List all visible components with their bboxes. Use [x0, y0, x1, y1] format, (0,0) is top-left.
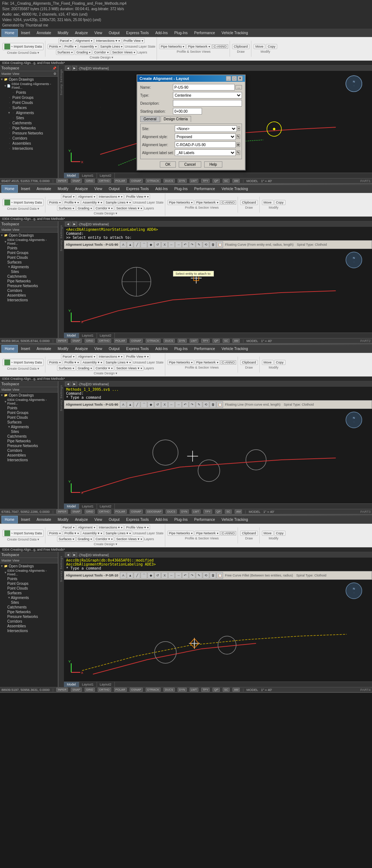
at-btn-9-4[interactable]: →: [175, 572, 182, 579]
qp-btn-3[interactable]: QP: [215, 510, 222, 514]
parcel-btn-4[interactable]: Parcel: [61, 525, 76, 530]
move-btn-2[interactable]: Move: [262, 200, 274, 205]
dyn-btn-4[interactable]: DYN: [178, 688, 187, 692]
tree-pipe-networks-1[interactable]: · Pipe Networks: [0, 125, 58, 130]
am-btn-4[interactable]: AM: [232, 688, 240, 692]
tree-pressure-3[interactable]: Pressure Networks: [0, 443, 58, 448]
tab-plugins-2[interactable]: Plug-Ins: [171, 185, 191, 193]
move-btn-1[interactable]: Move: [254, 44, 265, 49]
tab-analyze-2[interactable]: Analyze: [72, 185, 91, 193]
vtab-model-1[interactable]: Model: [64, 173, 79, 178]
modal-site-add-1[interactable]: +: [238, 126, 240, 131]
tab-analyze-1[interactable]: Analyze: [72, 29, 91, 37]
modal-type-select-1[interactable]: Centerline: [173, 92, 242, 99]
tree-pipe-networks-4[interactable]: Pipe Networks: [0, 610, 58, 614]
vtab-layout2-3[interactable]: Layout2: [97, 504, 115, 509]
tab-modify-3[interactable]: Modify: [54, 345, 72, 353]
c-anno-btn-1[interactable]: C-ANNO: [212, 44, 228, 49]
modal-help-1[interactable]: Help: [204, 161, 223, 168]
lwt-btn-4[interactable]: LWT: [190, 688, 198, 692]
modal-tab-general-1[interactable]: General: [140, 116, 160, 122]
assembly-btn-2[interactable]: Assembly ▾: [81, 200, 104, 205]
polar-btn-3[interactable]: POLAR: [114, 510, 127, 514]
at-btn-5-2[interactable]: ◆: [147, 241, 154, 248]
grid-btn-1[interactable]: GRID: [85, 179, 95, 183]
grading-btn-4[interactable]: Grading: [76, 537, 93, 542]
at-btn-1-2[interactable]: A: [120, 241, 126, 248]
grading-btn-2[interactable]: Grading: [76, 206, 93, 211]
tab-view-1[interactable]: View: [91, 29, 106, 37]
copy-btn-4[interactable]: Copy: [274, 531, 286, 536]
tpy-btn-3[interactable]: TPY: [203, 510, 212, 514]
tab-express-2[interactable]: Express Tools: [123, 185, 152, 193]
tree-catchments-2[interactable]: Catchments: [0, 274, 58, 279]
tree-point-groups-1[interactable]: · Point Groups: [0, 95, 58, 100]
tab-annotate-2[interactable]: Annotate: [33, 185, 54, 193]
tree-assemblies-3[interactable]: Assemblies: [0, 453, 58, 458]
vtab-layout2-2[interactable]: Layout2: [97, 333, 115, 338]
import-survey-btn-3[interactable]: ~ Import Survey Data: [3, 359, 44, 366]
at-btn-1-4[interactable]: A: [120, 572, 126, 579]
tab-modify-2[interactable]: Modify: [54, 185, 72, 193]
qp-btn-1[interactable]: QP: [213, 179, 220, 183]
modal-desc-input-1[interactable]: [173, 100, 242, 107]
at-btn-7-4[interactable]: X: [161, 572, 168, 579]
snap-btn-3[interactable]: SNAP: [71, 510, 82, 514]
at-btn-10-2[interactable]: ↶: [182, 241, 189, 248]
tree-assemblies-4[interactable]: Assemblies: [0, 624, 58, 628]
at-btn-10-4[interactable]: ↶: [182, 572, 189, 579]
intersections-btn-3[interactable]: Intersections ▾: [97, 354, 124, 359]
viewport-nav-prev-1[interactable]: ◀: [65, 66, 70, 71]
sc-btn-1[interactable]: SC: [223, 179, 230, 183]
infer-btn-1[interactable]: INFER: [56, 179, 68, 183]
at-btn-3-2[interactable]: ╱: [134, 241, 140, 248]
at-btn-5-4[interactable]: ◆: [147, 572, 154, 579]
tree-open-drawings-4[interactable]: ▼ 📁 Open Drawings: [0, 563, 58, 568]
surfaces-btn-2[interactable]: Surfaces: [57, 206, 76, 211]
tab-home-1[interactable]: Home: [1, 29, 18, 37]
at-btn-2-2[interactable]: ▲: [127, 241, 133, 248]
tree-points-2[interactable]: Points: [0, 246, 58, 250]
modal-ok-1[interactable]: OK: [160, 161, 176, 168]
tree-point-groups-2[interactable]: Point Groups: [0, 250, 58, 255]
c-anno-btn-3[interactable]: C-ANNO: [221, 360, 236, 365]
tree-point-groups-4[interactable]: Point Groups: [0, 581, 58, 586]
otrack-btn-1[interactable]: OTRACK: [146, 179, 161, 183]
modal-min-1[interactable]: _: [226, 76, 231, 81]
tree-pipe-networks-3[interactable]: Pipe Networks: [0, 439, 58, 443]
tree-drawing-3[interactable]: ▼ 0304 Creating Alignments - Fixed...: [0, 398, 58, 406]
import-survey-btn-1[interactable]: ~ Import Survey Data: [3, 43, 44, 50]
assembly-btn-3[interactable]: Assembly ▾: [81, 360, 104, 365]
vtab-layout1-2[interactable]: Layout1: [79, 333, 97, 338]
section-views-btn-4[interactable]: Section Views ▾: [115, 537, 143, 542]
pipe-network-btn-1[interactable]: Pipe Network: [186, 44, 211, 49]
tree-points-3[interactable]: Points: [0, 406, 58, 410]
tab-vt-4[interactable]: Vehicle Tracking: [218, 516, 251, 523]
c-anno-btn-2[interactable]: C-ANNO: [221, 200, 236, 205]
tree-pressure-4[interactable]: Pressure Networks: [0, 614, 58, 619]
at-btn-2-4[interactable]: ▲: [127, 572, 133, 579]
viewport-nav-next-1[interactable]: ▶: [72, 66, 77, 71]
tree-catchments-3[interactable]: Catchments: [0, 434, 58, 439]
alignment-btn-3[interactable]: Alignment: [77, 354, 97, 359]
otrack-btn-2[interactable]: OTRACK: [146, 339, 161, 343]
at-btn-4-3[interactable]: ⌒: [141, 401, 147, 408]
tree-drawing-4[interactable]: ▼ 0304 Creating Alignments - Fixed...: [0, 568, 58, 576]
tree-alignments-3[interactable]: ▼Alignments: [0, 425, 58, 429]
pipe-networks-btn-2[interactable]: Pipe Networks: [167, 200, 194, 205]
tree-surfaces-4[interactable]: Surfaces: [0, 591, 58, 595]
tab-express-3[interactable]: Express Tools: [123, 345, 152, 353]
tab-view-2[interactable]: View: [91, 185, 106, 193]
polar-btn-2[interactable]: POLAR: [114, 339, 127, 343]
at-btn-10-3[interactable]: ↶: [182, 401, 189, 408]
dyn-btn-1[interactable]: DYN: [178, 179, 187, 183]
at-btn-6-2[interactable]: ↺: [154, 241, 161, 248]
vtab-layout1-4[interactable]: Layout1: [79, 682, 97, 687]
profile-btn-2[interactable]: Profile ▾: [63, 200, 80, 205]
at-btn-5-3[interactable]: ◆: [147, 401, 154, 408]
tree-open-drawings-1[interactable]: ▼ 📁 Open Drawings: [0, 77, 58, 82]
tree-drawing-1[interactable]: ▼ 📄 0304 Creating Alignments - Fixed...: [0, 82, 58, 90]
at-btn-6-4[interactable]: ↺: [154, 572, 161, 579]
snap-btn-2[interactable]: SNAP: [71, 339, 82, 343]
at-btn-1-3[interactable]: A: [120, 401, 126, 408]
